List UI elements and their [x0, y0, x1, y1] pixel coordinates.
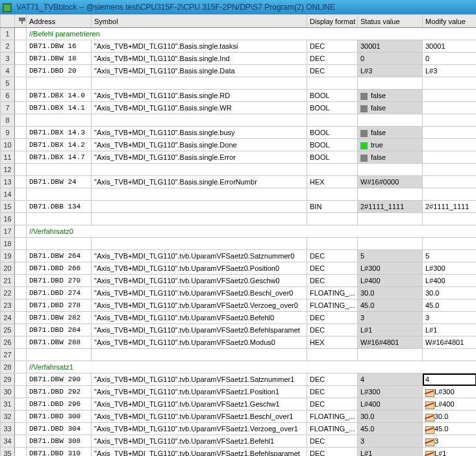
table-row[interactable]: 35DB71.DBD 310"Axis_TVB+MDI_TLG110".tvb.… [1, 448, 477, 457]
row-number[interactable]: 18 [1, 238, 15, 250]
row-number[interactable]: 16 [1, 213, 15, 225]
table-row[interactable]: 6DB71.DBX 14.0"Axis_TVB+MDI_TLG110".Basi… [1, 90, 477, 102]
status-value-cell[interactable]: 30001 [358, 40, 423, 53]
display-format-cell[interactable]: BOOL [307, 127, 358, 139]
modify-value-cell[interactable]: 30.0 [423, 411, 477, 423]
symbol-cell[interactable]: "Axis_TVB+MDI_TLG110".tvb.UparamVFSaetz1… [92, 435, 307, 448]
row-number[interactable]: 35 [1, 448, 15, 457]
display-format-cell[interactable]: DEC [307, 398, 358, 411]
header-status-value[interactable]: Status value [358, 15, 423, 28]
modify-value-cell[interactable]: 3 [423, 312, 477, 324]
row-number[interactable]: 28 [1, 361, 15, 374]
symbol-cell[interactable] [92, 114, 307, 127]
modify-value-cell[interactable]: L#300 [423, 386, 477, 398]
symbol-cell[interactable]: "Axis_TVB+MDI_TLG110".tvb.UparamVFSaetz0… [92, 250, 307, 262]
status-value-cell[interactable] [358, 238, 423, 250]
modify-value-cell[interactable]: L#300 [423, 262, 477, 275]
status-value-cell[interactable]: L#400 [358, 398, 423, 411]
address-cell[interactable]: DB71.DBD 296 [27, 398, 92, 411]
table-row[interactable]: 15DB71.DBB 134BIN2#1111_11112#1111_1111 [1, 201, 477, 213]
address-cell[interactable]: DB71.DBW 288 [27, 336, 92, 349]
address-cell[interactable]: DB71.DBX 14.0 [27, 90, 92, 102]
status-value-cell[interactable]: L#1 [358, 324, 423, 336]
table-row[interactable]: 10DB71.DBX 14.2"Axis_TVB+MDI_TLG110".Bas… [1, 139, 477, 151]
address-cell[interactable]: DB71.DBW 18 [27, 53, 92, 65]
header-pin[interactable] [15, 15, 27, 28]
table-row[interactable]: 29DB71.DBW 290"Axis_TVB+MDI_TLG110".tvb.… [1, 374, 477, 386]
display-format-cell[interactable] [307, 77, 358, 90]
table-row[interactable]: 26DB71.DBW 288"Axis_TVB+MDI_TLG110".tvb.… [1, 336, 477, 349]
display-format-cell[interactable]: DEC [307, 386, 358, 398]
window-titlebar[interactable]: VAT71_TVBblock -- @siemens test\CPU315F-… [0, 0, 476, 14]
row-number[interactable]: 34 [1, 435, 15, 448]
address-cell[interactable]: DB71.DBD 300 [27, 411, 92, 423]
pin-cell[interactable] [15, 151, 27, 164]
status-value-cell[interactable] [358, 164, 423, 176]
table-row[interactable]: 9DB71.DBX 14.3"Axis_TVB+MDI_TLG110".Basi… [1, 127, 477, 139]
status-value-cell[interactable] [358, 114, 423, 127]
pin-cell[interactable] [15, 213, 27, 225]
table-row[interactable]: 24DB71.DBW 282"Axis_TVB+MDI_TLG110".tvb.… [1, 312, 477, 324]
table-row[interactable]: 16 [1, 213, 477, 225]
table-row[interactable]: 18 [1, 238, 477, 250]
status-value-cell[interactable]: 45.0 [358, 423, 423, 435]
status-value-cell[interactable]: L#300 [358, 386, 423, 398]
table-row[interactable]: 22DB71.DBD 274"Axis_TVB+MDI_TLG110".tvb.… [1, 287, 477, 299]
display-format-cell[interactable]: FLOATING_... [307, 287, 358, 299]
symbol-cell[interactable]: "Axis_TVB+MDI_TLG110".tvb.UparamVFSaetz1… [92, 448, 307, 457]
pin-cell[interactable] [15, 201, 27, 213]
display-format-cell[interactable] [307, 238, 358, 250]
symbol-cell[interactable]: "Axis_TVB+MDI_TLG110".tvb.UparamVFSaetz0… [92, 312, 307, 324]
display-format-cell[interactable]: DEC [307, 312, 358, 324]
row-number[interactable]: 29 [1, 374, 15, 386]
display-format-cell[interactable]: BIN [307, 201, 358, 213]
row-number[interactable]: 7 [1, 102, 15, 114]
row-number[interactable]: 9 [1, 127, 15, 139]
modify-value-cell[interactable] [423, 213, 477, 225]
pin-cell[interactable] [15, 435, 27, 448]
display-format-cell[interactable]: DEC [307, 374, 358, 386]
pin-cell[interactable] [15, 336, 27, 349]
modify-value-cell[interactable] [423, 90, 477, 102]
status-value-cell[interactable]: 5 [358, 250, 423, 262]
display-format-cell[interactable]: FLOATING_... [307, 411, 358, 423]
symbol-cell[interactable]: "Axis_TVB+MDI_TLG110".Basis.single.Error… [92, 176, 307, 188]
header-symbol[interactable]: Symbol [92, 15, 307, 28]
comment-cell[interactable]: //Verfahrsatz0 [27, 225, 477, 238]
modify-value-cell[interactable] [423, 349, 477, 361]
table-row[interactable]: 21DB71.DBD 270"Axis_TVB+MDI_TLG110".tvb.… [1, 275, 477, 287]
address-cell[interactable] [27, 164, 92, 176]
status-value-cell[interactable] [358, 188, 423, 201]
modify-value-cell[interactable]: 5 [423, 250, 477, 262]
symbol-cell[interactable] [92, 238, 307, 250]
display-format-cell[interactable]: BOOL [307, 90, 358, 102]
pin-cell[interactable] [15, 361, 27, 374]
pin-cell[interactable] [15, 139, 27, 151]
display-format-cell[interactable] [307, 349, 358, 361]
pin-cell[interactable] [15, 53, 27, 65]
row-number[interactable]: 20 [1, 262, 15, 275]
status-value-cell[interactable] [358, 213, 423, 225]
modify-value-cell[interactable]: 45.0 [423, 423, 477, 435]
table-row[interactable]: 4DB71.DBD 20"Axis_TVB+MDI_TLG110".Basis.… [1, 65, 477, 77]
address-cell[interactable] [27, 77, 92, 90]
symbol-cell[interactable] [92, 164, 307, 176]
modify-value-cell[interactable] [423, 151, 477, 164]
modify-value-cell[interactable] [423, 102, 477, 114]
status-value-cell[interactable]: 45.0 [358, 299, 423, 312]
modify-value-cell[interactable]: L#1 [423, 448, 477, 457]
row-number[interactable]: 10 [1, 139, 15, 151]
header-rownum[interactable] [1, 15, 15, 28]
modify-value-cell[interactable] [423, 127, 477, 139]
status-value-cell[interactable] [358, 349, 423, 361]
display-format-cell[interactable]: BOOL [307, 102, 358, 114]
pin-cell[interactable] [15, 28, 27, 40]
symbol-cell[interactable]: "Axis_TVB+MDI_TLG110".tvb.UparamVFSaetz0… [92, 275, 307, 287]
row-number[interactable]: 3 [1, 53, 15, 65]
display-format-cell[interactable]: FLOATING_... [307, 423, 358, 435]
pin-cell[interactable] [15, 40, 27, 53]
address-cell[interactable]: DB71.DBD 292 [27, 386, 92, 398]
symbol-cell[interactable]: "Axis_TVB+MDI_TLG110".tvb.UparamVFSaetz1… [92, 398, 307, 411]
pin-cell[interactable] [15, 299, 27, 312]
pin-cell[interactable] [15, 77, 27, 90]
